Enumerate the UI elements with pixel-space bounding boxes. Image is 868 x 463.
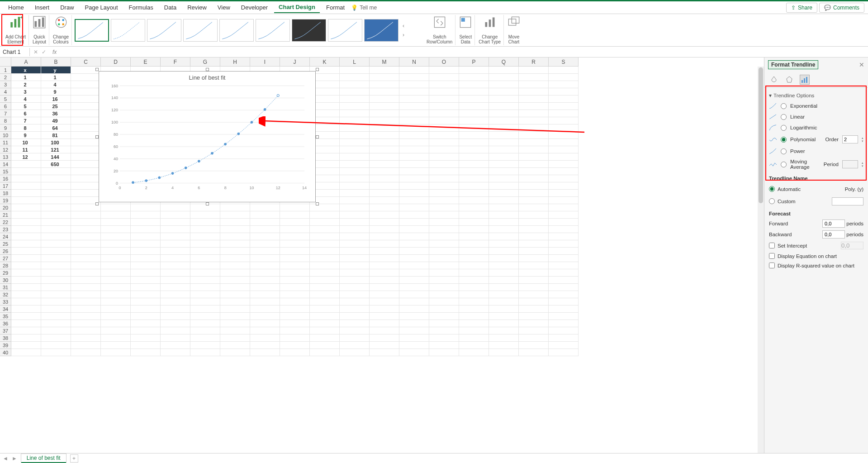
cell[interactable] [71, 153, 101, 161]
logarithmic-radio[interactable] [781, 125, 787, 131]
cell[interactable] [101, 327, 131, 334]
cell[interactable] [250, 334, 280, 342]
cell[interactable] [340, 248, 370, 255]
cell[interactable] [519, 219, 549, 226]
cell[interactable]: 36 [41, 110, 71, 117]
cell[interactable] [161, 248, 190, 255]
cell[interactable] [399, 146, 429, 153]
cell[interactable] [310, 248, 340, 255]
cell[interactable] [340, 124, 370, 132]
cell[interactable] [399, 334, 429, 342]
cell[interactable] [370, 349, 399, 356]
cell[interactable] [549, 298, 579, 305]
cell[interactable] [519, 240, 549, 248]
cell[interactable]: 3 [11, 88, 41, 95]
cell[interactable] [340, 291, 370, 298]
cell[interactable] [370, 88, 399, 95]
cell[interactable] [340, 269, 370, 277]
cell[interactable] [549, 248, 579, 255]
row-header[interactable]: 2 [0, 74, 11, 81]
row-header[interactable]: 37 [0, 327, 11, 334]
cell[interactable] [489, 67, 519, 74]
row-header[interactable]: 15 [0, 168, 11, 175]
cell[interactable] [549, 124, 579, 132]
cell[interactable] [41, 168, 71, 175]
cell[interactable] [11, 277, 41, 284]
cell[interactable] [489, 153, 519, 161]
select-all-corner[interactable] [0, 57, 11, 67]
cell[interactable] [220, 320, 250, 327]
order-input[interactable] [842, 135, 858, 143]
cell[interactable] [71, 175, 101, 182]
cell[interactable] [399, 182, 429, 190]
cell[interactable] [250, 342, 280, 349]
cell[interactable] [370, 262, 399, 269]
cell[interactable] [459, 117, 489, 124]
cell[interactable] [340, 190, 370, 197]
cell[interactable] [131, 255, 161, 262]
cell[interactable] [250, 248, 280, 255]
cell[interactable] [489, 334, 519, 342]
cell[interactable] [459, 327, 489, 334]
cell[interactable] [340, 240, 370, 248]
cell[interactable] [220, 313, 250, 320]
cell[interactable] [71, 103, 101, 110]
scrollbar-thumb[interactable] [759, 67, 763, 203]
cell[interactable] [190, 349, 220, 356]
move-chart-group[interactable]: Move Chart [505, 15, 523, 45]
cell[interactable] [340, 168, 370, 175]
cell[interactable]: 5 [11, 103, 41, 110]
cell[interactable] [310, 313, 340, 320]
cell[interactable]: 49 [41, 117, 71, 124]
cell[interactable] [399, 269, 429, 277]
cell[interactable] [459, 182, 489, 190]
cell[interactable] [190, 305, 220, 313]
cell[interactable] [220, 248, 250, 255]
cell[interactable] [370, 153, 399, 161]
cell[interactable] [370, 248, 399, 255]
cell[interactable] [519, 262, 549, 269]
change-colours-group[interactable]: Change Colours [50, 15, 72, 45]
cell[interactable] [489, 277, 519, 284]
cell[interactable] [340, 175, 370, 182]
cell[interactable] [549, 67, 579, 74]
cell[interactable] [131, 298, 161, 305]
cell[interactable] [340, 139, 370, 146]
column-header[interactable]: M [370, 57, 399, 67]
chart-style-4[interactable] [183, 19, 218, 42]
cell[interactable] [71, 146, 101, 153]
cell[interactable] [459, 262, 489, 269]
trendline-options-section[interactable]: ▾Trendline Options [769, 91, 863, 100]
row-header[interactable]: 35 [0, 313, 11, 320]
cell[interactable] [161, 320, 190, 327]
cell[interactable] [340, 204, 370, 211]
cell[interactable] [161, 255, 190, 262]
cell[interactable] [11, 313, 41, 320]
cell[interactable] [190, 298, 220, 305]
fill-line-tab[interactable] [769, 75, 779, 85]
cell[interactable] [549, 334, 579, 342]
row-header[interactable]: 32 [0, 291, 11, 298]
cell[interactable] [340, 327, 370, 334]
cell[interactable] [250, 320, 280, 327]
resize-handle[interactable] [206, 202, 209, 205]
cell[interactable] [340, 146, 370, 153]
cell[interactable] [459, 168, 489, 175]
automatic-radio[interactable] [769, 186, 775, 192]
cell[interactable] [519, 95, 549, 103]
close-icon[interactable]: ✕ [859, 61, 864, 68]
cell[interactable] [131, 211, 161, 219]
cell[interactable] [101, 298, 131, 305]
cell[interactable] [250, 284, 280, 291]
cell[interactable] [161, 305, 190, 313]
cell[interactable] [161, 334, 190, 342]
cell[interactable] [340, 255, 370, 262]
cell[interactable] [429, 175, 459, 182]
column-header[interactable]: H [220, 57, 250, 67]
cell[interactable] [489, 103, 519, 110]
cell[interactable] [489, 226, 519, 233]
cell[interactable] [429, 240, 459, 248]
cell[interactable] [41, 182, 71, 190]
cell[interactable] [399, 313, 429, 320]
cell[interactable] [310, 226, 340, 233]
